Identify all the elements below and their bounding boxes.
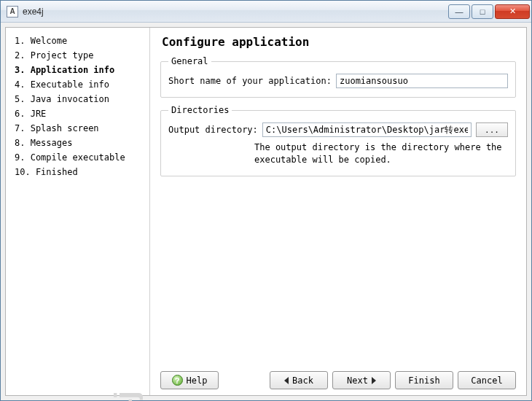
cancel-button[interactable]: Cancel [458, 371, 516, 389]
wizard-step-10[interactable]: 10. Finished [13, 165, 149, 179]
close-button[interactable]: ✕ [495, 4, 530, 19]
browse-button[interactable]: ... [476, 122, 508, 137]
directories-legend: Directories [168, 105, 232, 115]
wizard-step-2[interactable]: 2. Project type [13, 48, 149, 63]
window-title: exe4j [23, 7, 44, 17]
short-name-input[interactable] [336, 74, 508, 88]
short-name-label: Short name of your application: [168, 76, 332, 86]
next-label: Next [347, 375, 368, 386]
back-button[interactable]: Back [270, 371, 328, 389]
app-icon: A [7, 6, 18, 17]
back-label: Back [292, 375, 313, 386]
output-dir-label: Output directory: [168, 125, 258, 135]
general-group: General Short name of your application: [160, 56, 516, 98]
wizard-step-1[interactable]: 1. Welcome [13, 34, 149, 48]
help-button[interactable]: ? Help [160, 371, 219, 389]
help-label: Help [187, 375, 208, 386]
wizard-step-9[interactable]: 9. Compile executable [13, 150, 149, 165]
content-area: 1. Welcome2. Project type3. Application … [5, 27, 527, 396]
directories-group: Directories Output directory: ... The ou… [160, 105, 516, 176]
cancel-label: Cancel [471, 375, 502, 386]
output-dir-hint: The output directory is the directory wh… [254, 141, 508, 167]
titlebar[interactable]: A exe4j — □ ✕ [1, 1, 531, 23]
next-button[interactable]: Next [332, 371, 391, 389]
wizard-step-8[interactable]: 8. Messages [13, 136, 149, 150]
finish-button[interactable]: Finish [395, 371, 453, 389]
minimize-button[interactable]: — [448, 4, 470, 19]
brand-logo: exe4j [109, 391, 144, 401]
button-bar: ? Help Back Next Finish Cancel [160, 364, 516, 389]
wizard-step-7[interactable]: 7. Splash screen [13, 121, 149, 136]
wizard-step-6[interactable]: 6. JRE [13, 106, 149, 121]
app-window: A exe4j — □ ✕ 1. Welcome2. Project type3… [0, 0, 532, 401]
wizard-main: Configure application General Short name… [150, 28, 526, 395]
output-dir-input[interactable] [262, 122, 472, 137]
wizard-step-4[interactable]: 4. Executable info [13, 77, 149, 92]
arrow-right-icon [372, 377, 376, 384]
finish-label: Finish [408, 375, 439, 386]
wizard-step-3[interactable]: 3. Application info [13, 63, 149, 77]
wizard-sidebar: 1. Welcome2. Project type3. Application … [6, 28, 150, 395]
arrow-left-icon [284, 377, 289, 384]
maximize-button[interactable]: □ [472, 4, 493, 19]
help-icon: ? [172, 375, 183, 386]
wizard-step-5[interactable]: 5. Java invocation [13, 92, 149, 106]
general-legend: General [168, 56, 211, 66]
page-title: Configure application [162, 35, 516, 49]
